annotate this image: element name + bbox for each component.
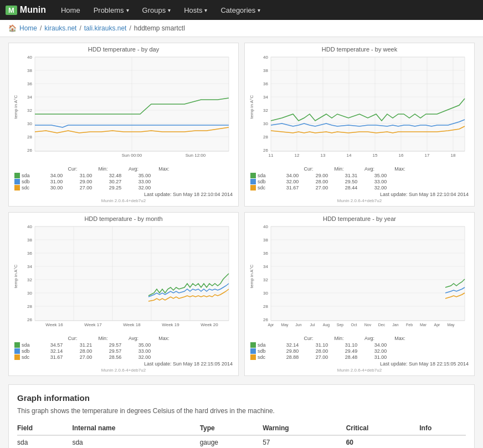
svg-text:32: 32	[263, 277, 268, 282]
svg-text:38: 38	[263, 68, 268, 73]
svg-text:13: 13	[321, 153, 326, 158]
nav-groups[interactable]: Groups ▾	[136, 0, 178, 20]
svg-text:38: 38	[27, 68, 32, 73]
svg-text:14: 14	[347, 153, 352, 158]
legend-day-sdc: sdc 30.00 27.00 29.25 32.00	[14, 185, 233, 190]
svg-text:26: 26	[27, 317, 32, 322]
svg-text:Jan: Jan	[392, 323, 398, 327]
legend-year-sdc-color	[250, 354, 256, 360]
chart-year-title: HDD temperature - by year	[248, 215, 471, 222]
breadcrumb-tali[interactable]: tali.kirauks.net	[84, 24, 127, 32]
svg-text:34: 34	[263, 95, 268, 100]
svg-text:18: 18	[451, 153, 456, 158]
table-row: sda sda gauge 57 60	[17, 435, 466, 448]
chart-week-credit: Munin 2.0.6-4+deb7u2	[250, 198, 469, 203]
svg-text:Mar: Mar	[420, 323, 427, 327]
legend-month-sdc-color	[14, 354, 20, 360]
svg-text:15: 15	[373, 153, 378, 158]
legend-year-sda: sda 32.14 31.10 31.10 34.00	[250, 342, 469, 348]
svg-text:26: 26	[263, 317, 268, 322]
legend-week-sdb-color	[250, 179, 256, 184]
svg-text:Oct: Oct	[351, 323, 357, 327]
svg-text:38: 38	[263, 238, 268, 243]
svg-text:Aug: Aug	[323, 323, 330, 327]
row-sda-field: sda	[17, 435, 72, 448]
chart-week-lastupdate: Last update: Sun May 18 22:10:04 2014	[380, 192, 469, 197]
svg-text:28: 28	[263, 135, 268, 140]
categories-caret: ▾	[258, 7, 260, 13]
hosts-caret: ▾	[204, 7, 207, 13]
svg-text:30: 30	[27, 121, 32, 126]
legend-week-sda-color	[250, 173, 256, 178]
chart-month-title: HDD temperature - by month	[12, 215, 235, 222]
svg-text:Week 18: Week 18	[123, 322, 141, 327]
svg-text:38: 38	[27, 238, 32, 243]
legend-year-sda-color	[250, 342, 256, 348]
nav-home[interactable]: Home	[54, 0, 87, 20]
svg-text:36: 36	[27, 81, 32, 86]
svg-rect-54	[35, 226, 229, 321]
svg-text:Nov: Nov	[364, 323, 372, 327]
svg-text:32: 32	[27, 277, 32, 282]
legend-day-sda: sda 34.00 31.00 32.48 35.00	[14, 173, 233, 178]
chart-week-area: 40 38 36 34 32 30 28 26 temp in A°C 11 1…	[248, 54, 471, 165]
graph-info-section: Graph information This graph shows the t…	[8, 384, 475, 448]
svg-text:11: 11	[269, 153, 274, 158]
svg-text:Jun: Jun	[295, 323, 301, 327]
svg-text:Apr: Apr	[434, 323, 441, 327]
chart-day-legend: Cur: Min: Avg: Max: sda 34.00 31.00 32.4…	[12, 166, 235, 203]
breadcrumb-sep-2: /	[79, 24, 81, 32]
chart-month-legend: Cur: Min: Avg: Max: sda 34.57 31.21 29.5…	[12, 336, 235, 373]
svg-text:36: 36	[27, 251, 32, 256]
svg-text:28: 28	[27, 135, 32, 140]
legend-week-sdc: sdc 31.67 27.00 28.44 32.00	[250, 185, 469, 190]
legend-day-sdb: sdb 31.00 29.00 30.27 33.00	[14, 179, 233, 184]
svg-text:30: 30	[263, 121, 268, 126]
graph-info-title: Graph information	[17, 393, 466, 403]
svg-text:Dec: Dec	[378, 323, 386, 327]
chart-year-area: 40 38 36 34 32 30 28 26 temp in A°C Apr …	[248, 224, 471, 334]
nav-hosts[interactable]: Hosts ▾	[177, 0, 214, 20]
svg-text:26: 26	[263, 148, 268, 153]
svg-text:34: 34	[263, 264, 268, 269]
chart-year: HDD temperature - by year 40 38 36 34	[244, 212, 475, 376]
breadcrumb-home[interactable]: Home	[19, 24, 37, 32]
legend-month-sdb-color	[14, 348, 20, 354]
legend-sda-color	[14, 173, 20, 178]
brand-name: Munin	[20, 5, 46, 15]
col-critical: Critical	[346, 421, 420, 435]
legend-year-sdb-color	[250, 348, 256, 354]
legend-month-sda-color	[14, 342, 20, 348]
svg-text:32: 32	[27, 108, 32, 113]
svg-text:40: 40	[263, 55, 268, 60]
legend-sdb-color	[14, 179, 20, 184]
legend-month-sdc: sdc 31.67 27.00 28.56 32.00	[14, 354, 233, 360]
svg-text:26: 26	[27, 148, 32, 153]
svg-text:16: 16	[399, 153, 404, 158]
row-sda-warning: 57	[263, 435, 346, 448]
legend-week-sda: sda 34.00 29.00 31.31 35.00	[250, 173, 469, 178]
chart-day-title: HDD temperature - by day	[12, 46, 235, 53]
col-internal: Internal name	[72, 421, 199, 435]
svg-rect-21	[271, 57, 465, 151]
svg-text:Sep: Sep	[337, 323, 344, 327]
svg-rect-81	[271, 226, 465, 321]
svg-text:temp in A°C: temp in A°C	[13, 95, 18, 119]
row-sda-critical: 60	[346, 435, 420, 448]
table-header-row: Field Internal name Type Warning Critica…	[17, 421, 466, 435]
breadcrumb-kirauks[interactable]: kirauks.net	[44, 24, 76, 32]
nav-categories[interactable]: Categories ▾	[214, 0, 267, 20]
svg-text:May: May	[447, 323, 455, 327]
svg-text:40: 40	[263, 224, 268, 229]
chart-month: HDD temperature - by month 40	[8, 212, 239, 376]
svg-text:temp in A°C: temp in A°C	[249, 95, 254, 119]
svg-text:temp in A°C: temp in A°C	[249, 265, 254, 289]
col-info: Info	[419, 421, 466, 435]
brand[interactable]: M Munin	[6, 5, 46, 15]
nav-problems[interactable]: Problems ▾	[87, 0, 136, 20]
chart-day-credit: Munin 2.0.6-4+deb7u2	[14, 198, 233, 203]
col-warning: Warning	[263, 421, 346, 435]
info-table: Field Internal name Type Warning Critica…	[17, 421, 466, 448]
chart-week-title: HDD temperature - by week	[248, 46, 471, 53]
svg-text:12: 12	[295, 153, 300, 158]
